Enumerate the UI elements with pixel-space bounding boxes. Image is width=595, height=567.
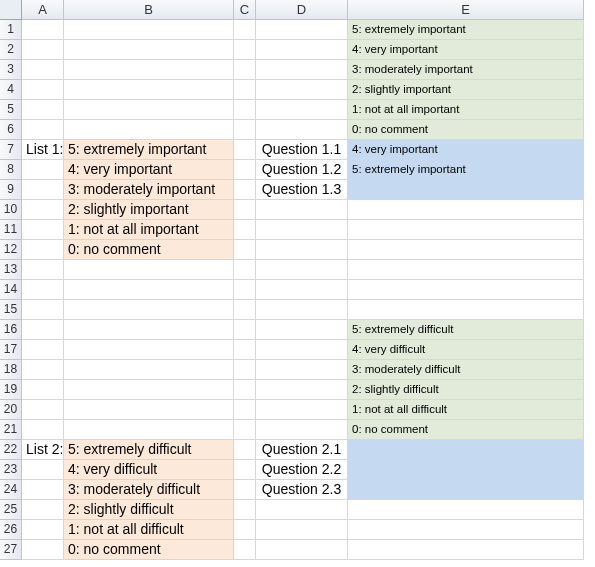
cell[interactable] (234, 360, 256, 380)
cell[interactable] (234, 340, 256, 360)
select-all-corner[interactable] (0, 0, 22, 20)
row-header-17[interactable]: 17 (0, 340, 22, 360)
dropdown1-option[interactable]: 2: slightly important (348, 80, 584, 100)
dropdown2-value[interactable] (348, 480, 584, 500)
cell[interactable] (256, 40, 348, 60)
cell[interactable] (22, 480, 64, 500)
cell[interactable] (256, 320, 348, 340)
cell[interactable] (64, 340, 234, 360)
cell[interactable] (234, 140, 256, 160)
cell[interactable] (234, 60, 256, 80)
dropdown2-value[interactable] (348, 440, 584, 460)
dropdown2-option[interactable]: 3: moderately difficult (348, 360, 584, 380)
dropdown2-value[interactable] (348, 460, 584, 480)
dropdown2-option[interactable]: 1: not at all difficult (348, 400, 584, 420)
cell[interactable] (256, 120, 348, 140)
cell[interactable] (256, 360, 348, 380)
cell[interactable] (22, 400, 64, 420)
cell[interactable] (64, 380, 234, 400)
cell[interactable] (234, 500, 256, 520)
cell[interactable] (234, 320, 256, 340)
dropdown1-value[interactable]: 5: extremely important (348, 160, 584, 180)
row-header-19[interactable]: 19 (0, 380, 22, 400)
cell[interactable] (22, 160, 64, 180)
cell[interactable] (22, 380, 64, 400)
col-header-C[interactable]: C (234, 0, 256, 20)
cell[interactable] (234, 420, 256, 440)
cell[interactable] (348, 200, 584, 220)
cell[interactable] (22, 320, 64, 340)
cell[interactable] (348, 240, 584, 260)
cell[interactable] (234, 180, 256, 200)
cell[interactable] (256, 280, 348, 300)
row-header-12[interactable]: 12 (0, 240, 22, 260)
cell[interactable] (22, 120, 64, 140)
cell[interactable] (64, 260, 234, 280)
row-header-4[interactable]: 4 (0, 80, 22, 100)
cell[interactable] (256, 240, 348, 260)
row-header-11[interactable]: 11 (0, 220, 22, 240)
cell[interactable] (64, 120, 234, 140)
row-header-15[interactable]: 15 (0, 300, 22, 320)
row-header-14[interactable]: 14 (0, 280, 22, 300)
cell[interactable] (22, 300, 64, 320)
cell[interactable] (348, 280, 584, 300)
cell[interactable] (234, 260, 256, 280)
row-header-10[interactable]: 10 (0, 200, 22, 220)
cell[interactable] (64, 60, 234, 80)
cell[interactable] (22, 420, 64, 440)
cell[interactable] (22, 200, 64, 220)
col-header-D[interactable]: D (256, 0, 348, 20)
cell[interactable] (234, 240, 256, 260)
dropdown1-option[interactable]: 4: very important (348, 40, 584, 60)
row-header-16[interactable]: 16 (0, 320, 22, 340)
cell[interactable] (256, 540, 348, 560)
cell[interactable] (348, 500, 584, 520)
cell[interactable] (256, 500, 348, 520)
row-header-27[interactable]: 27 (0, 540, 22, 560)
cell[interactable] (234, 160, 256, 180)
cell[interactable] (22, 60, 64, 80)
cell[interactable] (22, 20, 64, 40)
cell[interactable] (256, 100, 348, 120)
cell[interactable] (256, 60, 348, 80)
cell[interactable] (234, 280, 256, 300)
cell[interactable] (256, 380, 348, 400)
cell[interactable] (234, 120, 256, 140)
row-header-25[interactable]: 25 (0, 500, 22, 520)
cell[interactable] (234, 20, 256, 40)
cell[interactable] (234, 480, 256, 500)
cell[interactable] (64, 40, 234, 60)
row-header-20[interactable]: 20 (0, 400, 22, 420)
dropdown1-value[interactable] (348, 180, 584, 200)
cell[interactable] (256, 20, 348, 40)
dropdown1-option[interactable]: 5: extremely important (348, 20, 584, 40)
cell[interactable] (256, 520, 348, 540)
cell[interactable] (64, 420, 234, 440)
cell[interactable] (256, 400, 348, 420)
cell[interactable] (256, 220, 348, 240)
dropdown1-option[interactable]: 0: no comment (348, 120, 584, 140)
cell[interactable] (234, 40, 256, 60)
row-header-22[interactable]: 22 (0, 440, 22, 460)
cell[interactable] (234, 520, 256, 540)
cell[interactable] (234, 400, 256, 420)
cell[interactable] (234, 380, 256, 400)
cell[interactable] (256, 80, 348, 100)
cell[interactable] (64, 400, 234, 420)
cell[interactable] (22, 220, 64, 240)
cell[interactable] (64, 300, 234, 320)
cell[interactable] (256, 200, 348, 220)
cell[interactable] (348, 540, 584, 560)
dropdown2-option[interactable]: 4: very difficult (348, 340, 584, 360)
dropdown1-option[interactable]: 3: moderately important (348, 60, 584, 80)
cell[interactable] (22, 460, 64, 480)
dropdown2-option[interactable]: 2: slightly difficult (348, 380, 584, 400)
dropdown2-option[interactable]: 5: extremely difficult (348, 320, 584, 340)
cell[interactable] (256, 300, 348, 320)
cell[interactable] (22, 80, 64, 100)
cell[interactable] (64, 80, 234, 100)
cell[interactable] (22, 340, 64, 360)
cell[interactable] (234, 300, 256, 320)
dropdown2-option[interactable]: 0: no comment (348, 420, 584, 440)
